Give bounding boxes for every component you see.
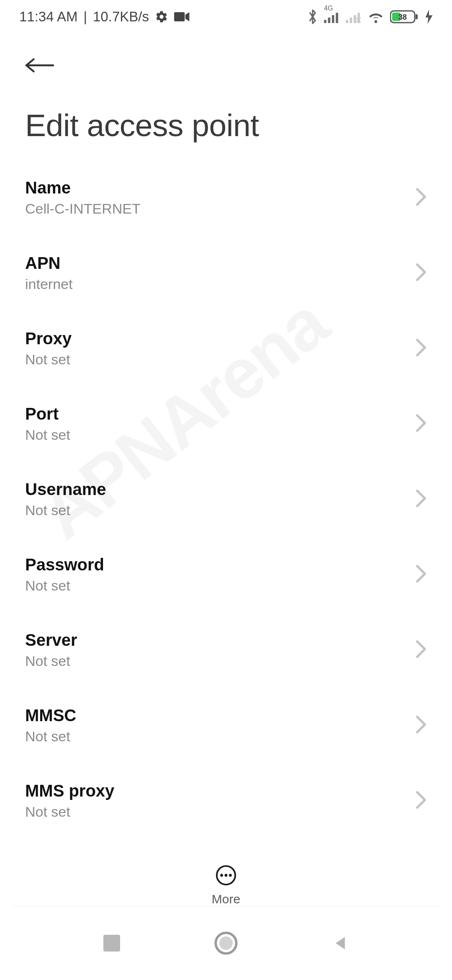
setting-value: internet [25, 276, 72, 292]
svg-text:38: 38 [398, 13, 407, 21]
setting-label: Username [25, 480, 106, 499]
more-button[interactable]: More [212, 864, 240, 906]
svg-rect-1 [324, 20, 326, 23]
chevron-right-icon [415, 414, 427, 434]
back-button[interactable] [25, 49, 59, 82]
system-nav-bar [0, 906, 452, 980]
chevron-right-icon [415, 338, 427, 358]
more-label: More [212, 892, 240, 906]
setting-value: Not set [25, 427, 70, 443]
setting-row-apn[interactable]: APNinternet [25, 235, 427, 311]
setting-value: Cell-C-INTERNET [25, 201, 141, 217]
setting-row-proxy[interactable]: ProxyNot set [25, 311, 427, 386]
setting-label: APN [25, 254, 72, 273]
setting-row-username[interactable]: UsernameNot set [25, 462, 427, 537]
svg-rect-2 [328, 18, 331, 23]
battery-icon: 38 [390, 9, 419, 24]
svg-rect-13 [416, 14, 418, 19]
setting-row-mmsc[interactable]: MMSCNot set [25, 688, 427, 763]
svg-point-18 [225, 874, 228, 877]
status-left: 11:34 AM | 10.7KB/s [19, 9, 190, 25]
settings-icon [155, 10, 168, 23]
status-separator: | [83, 9, 87, 25]
chevron-right-icon [415, 640, 427, 660]
circle-icon [214, 931, 238, 955]
setting-value: Not set [25, 351, 72, 368]
setting-text: PortNot set [25, 405, 70, 443]
nav-recent-button[interactable] [97, 928, 126, 958]
wifi-icon [367, 10, 384, 23]
svg-point-19 [229, 874, 232, 877]
setting-label: Server [25, 631, 77, 650]
setting-text: ServerNot set [25, 631, 77, 669]
triangle-left-icon [331, 934, 349, 952]
setting-row-server[interactable]: ServerNot set [25, 612, 427, 688]
more-bar: More [0, 854, 452, 906]
settings-list: NameCell-C-INTERNETAPNinternetProxyNot s… [0, 160, 452, 838]
svg-rect-0 [174, 12, 185, 21]
setting-row-password[interactable]: PasswordNot set [25, 537, 427, 612]
setting-text: MMSCNot set [25, 706, 76, 745]
chevron-right-icon [415, 715, 427, 735]
setting-label: Password [25, 555, 104, 574]
setting-row-port[interactable]: PortNot set [25, 386, 427, 462]
chevron-right-icon [415, 188, 427, 208]
status-right: 4G 38 [307, 9, 433, 25]
status-time: 11:34 AM [19, 9, 77, 25]
svg-rect-6 [350, 18, 352, 23]
setting-text: MMS proxyNot set [25, 781, 114, 820]
bluetooth-icon [307, 9, 318, 25]
setting-label: MMS proxy [25, 781, 114, 800]
header [0, 34, 452, 82]
svg-rect-7 [354, 15, 356, 23]
setting-value: Not set [25, 728, 76, 745]
setting-text: APNinternet [25, 254, 72, 292]
charging-icon [425, 10, 433, 24]
svg-rect-5 [346, 20, 348, 23]
setting-value: Not set [25, 653, 77, 669]
page-title: Edit access point [0, 82, 452, 160]
setting-label: MMSC [25, 706, 76, 725]
chevron-right-icon [415, 565, 427, 585]
nav-home-button[interactable] [211, 928, 241, 958]
signal-sim1-icon: 4G [324, 10, 340, 23]
status-net-speed: 10.7KB/s [93, 9, 149, 25]
setting-value: Not set [25, 502, 106, 518]
setting-row-name[interactable]: NameCell-C-INTERNET [25, 160, 427, 235]
square-icon [103, 935, 120, 952]
arrow-left-icon [25, 55, 54, 76]
setting-text: ProxyNot set [25, 329, 72, 368]
setting-label: Name [25, 178, 141, 197]
setting-text: UsernameNot set [25, 480, 106, 518]
svg-point-21 [219, 936, 233, 950]
svg-point-17 [220, 874, 223, 877]
setting-value: Not set [25, 804, 114, 820]
setting-row-mms-proxy[interactable]: MMS proxyNot set [25, 763, 427, 838]
status-bar: 11:34 AM | 10.7KB/s 4G 38 [0, 0, 452, 34]
chevron-right-icon [415, 263, 427, 283]
setting-label: Port [25, 405, 70, 423]
nav-back-button[interactable] [326, 928, 355, 958]
more-icon [215, 864, 237, 886]
setting-value: Not set [25, 578, 104, 594]
setting-text: NameCell-C-INTERNET [25, 178, 141, 217]
svg-rect-3 [332, 15, 334, 23]
signal-sim2-icon [346, 10, 362, 23]
camera-icon [174, 11, 190, 23]
setting-text: PasswordNot set [25, 555, 104, 594]
svg-rect-4 [336, 13, 338, 23]
chevron-right-icon [415, 489, 427, 509]
chevron-right-icon [415, 791, 427, 811]
setting-label: Proxy [25, 329, 72, 348]
